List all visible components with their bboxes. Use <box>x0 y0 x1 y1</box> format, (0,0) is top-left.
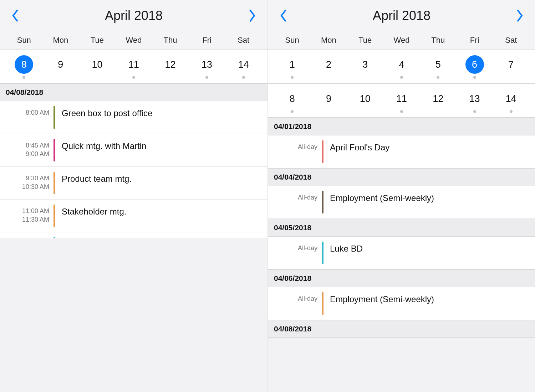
weekday-label: Wed <box>383 36 420 45</box>
day-number: 2 <box>319 55 338 74</box>
event-row[interactable]: All-dayLuke BD <box>268 237 535 269</box>
event-time: All-day <box>268 135 322 168</box>
agenda-list: 04/01/2018All-dayApril Fool's Day04/04/2… <box>268 118 535 392</box>
event-title: Stakeholder mtg. <box>55 200 268 232</box>
week-row: 891011121314 <box>268 83 535 118</box>
prev-month-button[interactable] <box>277 6 290 25</box>
day-cell[interactable]: 14 <box>225 54 262 80</box>
event-row[interactable]: All-dayEmployment (Semi-weekly) <box>268 186 535 219</box>
event-dot-icon <box>291 110 294 113</box>
day-number: 13 <box>465 89 484 108</box>
day-number: 4 <box>392 55 411 74</box>
weekday-label: Mon <box>42 36 79 45</box>
event-title: Product team mtg. <box>55 167 268 199</box>
day-cell[interactable]: 2 <box>310 54 347 80</box>
event-time: 9:30 AM10:30 AM <box>0 167 54 199</box>
day-number: 7 <box>502 55 520 74</box>
event-dot-icon <box>510 110 513 113</box>
event-row[interactable]: 8:45 AM9:00 AMQuick mtg. with Martin <box>0 134 268 167</box>
weekday-label: Sun <box>274 36 310 45</box>
day-cell[interactable]: 9 <box>310 88 347 114</box>
event-title: Luke BD <box>323 237 535 269</box>
next-month-button[interactable] <box>514 6 526 25</box>
weekday-label: Tue <box>347 36 383 45</box>
event-row[interactable]: All-dayEmployment (Semi-weekly) <box>268 287 535 320</box>
day-cell[interactable]: 13 <box>456 88 493 114</box>
month-title: April 2018 <box>105 8 163 23</box>
day-number: 3 <box>356 55 374 74</box>
event-time: All-day <box>268 237 322 269</box>
day-number: 1 <box>283 55 301 74</box>
day-cell[interactable]: 10 <box>79 54 116 80</box>
weekday-label: Tue <box>79 36 116 45</box>
event-dot-icon <box>22 76 25 79</box>
weekday-label: Thu <box>152 36 189 45</box>
month-title: April 2018 <box>373 8 430 23</box>
week-row: 891011121314 <box>0 49 268 83</box>
event-title: Quick mtg. with Martin <box>55 134 268 166</box>
day-cell[interactable]: 3 <box>347 54 383 80</box>
day-cell[interactable]: 10 <box>347 88 383 114</box>
event-row[interactable]: All-dayApril Fool's Day <box>268 135 535 168</box>
weekday-label: Fri <box>189 36 225 45</box>
day-cell[interactable]: 8 <box>274 88 310 114</box>
day-cell[interactable]: 13 <box>189 54 225 80</box>
date-section-header: 04/06/2018 <box>268 269 535 287</box>
weekday-row: SunMonTueWedThuFriSat <box>0 33 268 49</box>
event-dot-icon <box>291 76 294 79</box>
event-dot-icon <box>132 76 135 79</box>
day-cell[interactable]: 5 <box>420 54 456 80</box>
day-number: 9 <box>51 55 70 74</box>
event-row[interactable]: 9:30 AM10:30 AMProduct team mtg. <box>0 167 268 200</box>
day-cell[interactable]: 6 <box>456 54 493 80</box>
event-title: Lunch @ Butcher's <box>55 232 268 238</box>
weekday-label: Thu <box>420 36 456 45</box>
day-number: 14 <box>234 55 253 74</box>
month-header: April 2018 <box>0 0 268 33</box>
date-section-header: 04/01/2018 <box>268 118 535 135</box>
weekday-label: Sun <box>6 36 42 45</box>
next-month-button[interactable] <box>246 6 259 25</box>
calendar-panel-left: April 2018 SunMonTueWedThuFriSat 8910111… <box>0 0 268 392</box>
day-cell[interactable]: 12 <box>420 88 456 114</box>
day-number: 8 <box>283 89 301 108</box>
day-cell[interactable]: 8 <box>6 54 42 80</box>
event-dot-icon <box>205 76 208 79</box>
week-row: 1234567 <box>268 49 535 83</box>
date-section-header: 04/05/2018 <box>268 219 535 237</box>
day-cell[interactable]: 14 <box>493 88 529 114</box>
day-number: 8 <box>15 55 33 74</box>
weekday-row: SunMonTueWedThuFriSat <box>268 33 535 49</box>
day-cell[interactable]: 7 <box>493 54 529 80</box>
event-time: 11:00 AM11:30 AM <box>0 200 54 232</box>
event-dot-icon <box>437 76 439 79</box>
day-cell[interactable]: 9 <box>42 54 79 80</box>
day-number: 10 <box>88 55 106 74</box>
weekday-label: Fri <box>456 36 493 45</box>
event-dot-icon <box>400 76 403 79</box>
day-cell[interactable]: 1 <box>274 54 310 80</box>
day-number: 12 <box>429 89 447 108</box>
day-cell[interactable]: 11 <box>116 54 152 80</box>
weekday-label: Mon <box>310 36 347 45</box>
prev-month-button[interactable] <box>9 6 21 25</box>
event-dot-icon <box>473 110 476 113</box>
event-row[interactable]: 11:00 AM11:30 AMStakeholder mtg. <box>0 200 268 232</box>
event-dot-icon <box>400 110 403 113</box>
calendar-panel-right: April 2018 SunMonTueWedThuFriSat 1234567… <box>268 0 535 392</box>
event-row[interactable]: 8:00 AMGreen box to post office <box>0 101 268 134</box>
day-cell[interactable]: 12 <box>152 54 189 80</box>
weekday-label: Sat <box>493 36 529 45</box>
empty-space <box>0 238 268 392</box>
event-row[interactable]: 1:00 PM1:30 PMLunch @ Butcher's <box>0 232 268 238</box>
date-section-header: 04/04/2018 <box>268 168 535 186</box>
day-cell[interactable]: 4 <box>383 54 420 80</box>
day-number: 5 <box>429 55 447 74</box>
day-number: 6 <box>465 55 484 74</box>
day-number: 11 <box>392 89 411 108</box>
day-number: 10 <box>356 89 374 108</box>
day-cell[interactable]: 11 <box>383 88 420 114</box>
day-number: 14 <box>502 89 520 108</box>
event-time: 1:00 PM1:30 PM <box>0 232 54 238</box>
event-title: Employment (Semi-weekly) <box>323 186 535 218</box>
